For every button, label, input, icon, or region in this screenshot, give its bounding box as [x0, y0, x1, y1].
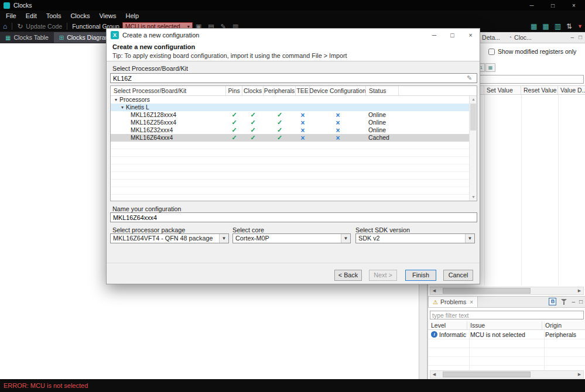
tree-group-kinetis-l[interactable]: ▾Kinetis L	[111, 104, 477, 111]
maximize-view-icon[interactable]: □	[579, 298, 583, 305]
column-header[interactable]: Issue	[467, 321, 542, 329]
column-header[interactable]: Select Processor/Board/Kit	[111, 86, 226, 95]
problems-hscrollbar[interactable]: ◀ ▶	[430, 370, 584, 379]
tee-support-icon: ×	[296, 111, 310, 119]
scroll-thumb[interactable]	[443, 288, 531, 294]
tee-support-icon: ×	[296, 119, 310, 126]
chevron-down-icon: ▼	[219, 234, 228, 243]
menu-help[interactable]: Help	[121, 12, 144, 19]
badge-filter-icon[interactable]: B	[549, 298, 556, 305]
sync-icon[interactable]: ⇅	[566, 22, 572, 30]
next-button[interactable]: Next >	[369, 270, 397, 281]
show-modified-checkbox[interactable]	[488, 49, 495, 55]
problem-row[interactable]: i Informatic MCU is not selected Periphe…	[428, 330, 585, 339]
table-view-icon[interactable]: ▦	[542, 22, 549, 30]
menu-edit[interactable]: Edit	[21, 12, 42, 19]
table-row-selected[interactable]: MKL16Z64xxx4 ✓ ✓ ✓ × × Cached	[111, 134, 477, 142]
column-header[interactable]: Clocks	[242, 86, 264, 95]
configuration-name-input[interactable]	[110, 212, 477, 222]
column-header[interactable]: Origin	[542, 321, 585, 329]
expand-arrow-icon[interactable]: ▾	[115, 97, 117, 102]
maximize-view-icon[interactable]: □	[579, 34, 582, 40]
window-minimize-button[interactable]: ─	[528, 2, 536, 9]
peripherals-support-icon: ✓	[264, 111, 296, 119]
table-vscrollbar[interactable]: ▲ ▼	[469, 96, 477, 201]
scroll-up-icon[interactable]: ▲	[470, 96, 477, 103]
column-header[interactable]: Device Configuration	[310, 86, 366, 95]
table-row[interactable]: MKL16Z256xxx4 ✓ ✓ ✓ × × Online	[111, 119, 477, 126]
dialog-minimize-button[interactable]: ─	[425, 29, 443, 42]
tee-support-icon: ×	[296, 134, 310, 142]
processor-filter-input[interactable]	[110, 73, 477, 83]
scroll-right-icon[interactable]: ▶	[576, 371, 583, 378]
scroll-down-icon[interactable]: ▼	[470, 194, 477, 201]
registers-grid-icon[interactable]: ▦	[485, 63, 495, 72]
minimize-view-icon[interactable]: –	[570, 34, 574, 40]
clocks-support-icon: ✓	[242, 134, 264, 142]
empty-row	[111, 164, 477, 172]
scroll-left-icon[interactable]: ◀	[430, 371, 438, 378]
problems-toolbar: B – □	[549, 298, 585, 307]
dialog-maximize-button[interactable]: □	[443, 29, 461, 42]
menu-views[interactable]: Views	[94, 12, 121, 19]
column-header[interactable]: Value D...	[558, 86, 585, 94]
dialog-header: Create a new configuration Tip: To apply…	[107, 42, 480, 61]
column-header[interactable]: Status	[366, 86, 399, 95]
filter-red-icon[interactable]: ▼	[577, 23, 583, 29]
package-select[interactable]: MKL16Z64VFT4 - QFN 48 package ▼	[110, 233, 229, 243]
grid-line	[484, 95, 485, 286]
status-label: Online	[366, 119, 399, 126]
column-header[interactable]: Peripherals	[264, 86, 296, 95]
device-config-support-icon: ×	[310, 111, 366, 119]
empty-row	[111, 172, 477, 180]
status-label: Online	[366, 126, 399, 134]
tab-clocks-table[interactable]: ▦ Clocks Table	[0, 32, 54, 43]
device-config-support-icon: ×	[310, 134, 366, 142]
grid-line	[521, 95, 522, 286]
finish-button[interactable]: Finish	[405, 270, 436, 281]
scroll-right-icon[interactable]: ▶	[576, 287, 583, 294]
scroll-thumb[interactable]	[443, 372, 531, 377]
update-code-button[interactable]: Update Code	[26, 23, 62, 30]
dialog-close-button[interactable]: ×	[461, 29, 480, 42]
tab-label: Clocks Diagram	[67, 34, 110, 41]
show-modified-label: Show modified registers only	[498, 48, 576, 55]
grid-line	[428, 365, 585, 366]
tab-problems[interactable]: ⚠ Problems ×	[428, 296, 478, 307]
registers-hscrollbar[interactable]: ◀ ▶	[430, 287, 584, 295]
home-icon[interactable]: ⌂	[3, 22, 7, 31]
column-header[interactable]: Set Value	[484, 86, 521, 94]
table-row[interactable]: MKL16Z32xxx4 ✓ ✓ ✓ × × Online	[111, 126, 477, 134]
filter-icon[interactable]	[560, 298, 567, 305]
dialog-controls: ─ □ ×	[425, 29, 480, 42]
scroll-thumb[interactable]	[470, 104, 476, 130]
window-maximize-button[interactable]: □	[549, 2, 557, 9]
back-button[interactable]: < Back	[334, 270, 362, 281]
column-header[interactable]: Reset Value	[521, 86, 558, 94]
dialog-separator	[107, 263, 480, 263]
tree-group-processors[interactable]: ▾Processors	[111, 96, 477, 104]
sdk-select[interactable]: SDK v2 ▼	[355, 233, 475, 243]
column-header[interactable]: Level	[428, 321, 467, 329]
close-icon[interactable]: ×	[470, 299, 473, 305]
core-select[interactable]: Cortex-M0P ▼	[232, 233, 351, 243]
column-header[interactable]: TEE	[296, 86, 310, 95]
minimize-view-icon[interactable]: –	[572, 298, 575, 305]
menu-tools[interactable]: Tools	[42, 12, 66, 19]
cancel-button[interactable]: Cancel	[443, 270, 473, 281]
column-header-filler	[399, 86, 477, 95]
grid-line	[544, 321, 545, 370]
grid-view-icon[interactable]: ▦	[531, 22, 537, 30]
problems-filter-input[interactable]	[430, 311, 584, 319]
expand-arrow-icon[interactable]: ▾	[121, 105, 124, 110]
tab-clocks-view[interactable]: ◔ Cloc...	[504, 32, 536, 43]
grid-line	[428, 356, 585, 357]
columns-view-icon[interactable]: ▥	[555, 22, 561, 30]
table-row[interactable]: MKL16Z128xxx4 ✓ ✓ ✓ × × Online	[111, 111, 477, 119]
scroll-left-icon[interactable]: ◀	[430, 287, 438, 294]
window-close-button[interactable]: ×	[570, 2, 578, 9]
column-header[interactable]: Pins	[226, 86, 242, 95]
menu-file[interactable]: File	[1, 12, 21, 19]
core-value: Cortex-M0P	[235, 235, 269, 242]
menu-clocks[interactable]: Clocks	[66, 12, 94, 19]
